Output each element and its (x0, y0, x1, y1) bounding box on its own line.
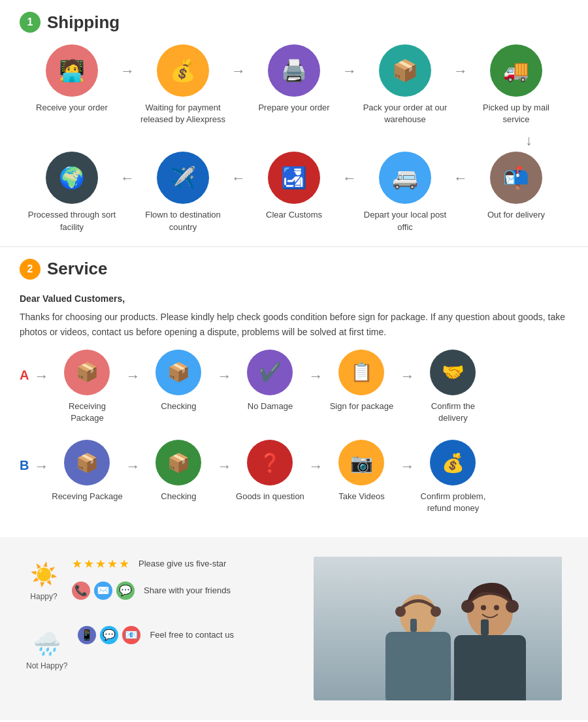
label-path-take-videos: Take Videos (338, 491, 385, 502)
arrow-path-take-videos: → (306, 458, 325, 475)
five-star-text: Please give us five-star (139, 559, 226, 568)
path-a-items: 📦Receiving Package→📦Checking→✔️No Damage… (51, 350, 489, 424)
arrow-down-container: ↓ (20, 132, 568, 149)
arrow-path-checking-a: → (123, 368, 142, 385)
label-path-sign-package: Sign for package (330, 401, 394, 412)
label-out-delivery: Out for delivery (487, 209, 545, 221)
svg-point-11 (481, 605, 486, 610)
arrow-clear-customs: ← (229, 170, 248, 187)
star-1: ★ (72, 557, 82, 571)
star-4: ★ (107, 557, 118, 571)
arrow-path-confirm-problem: → (397, 458, 417, 475)
happy-left: ☀️ Happy? ★ ★ ★ ★ ★ Please give us five-… (26, 557, 301, 670)
path-item-recv-pkg-b: 📦Receving Package (51, 440, 123, 502)
svg-point-4 (431, 606, 441, 617)
path-item-no-damage: ✔️No Damage (234, 350, 306, 412)
arrow-depart-local: ← (340, 170, 359, 187)
path-b-label: B (20, 458, 29, 473)
label-waiting-payment: Waiting for payment released by Aliexpre… (137, 102, 229, 125)
shipping-row-2: 🌍Processed through sort facility←✈️Flown… (20, 152, 568, 233)
path-item-goods-question: ❓Goods in question (234, 440, 306, 502)
arrow-out-delivery: ← (451, 170, 470, 187)
sun-icon: ☀️ (26, 557, 61, 592)
path-b-arrow-start: → (31, 458, 51, 475)
svg-rect-10 (481, 619, 489, 635)
path-item-checking-b: 📦Checking (142, 440, 214, 502)
icon-path-confirm-delivery: 🤝 (430, 350, 476, 395)
cs-photo-bg (314, 557, 562, 700)
icon-path-confirm-problem: 💰 (430, 440, 476, 485)
label-path-no-damage: No Damage (248, 401, 293, 412)
customer-service-photo (314, 557, 562, 700)
contact-row: 📱 💬 📧 Feel free to contact us (78, 626, 234, 644)
arrow-prepare-order: → (229, 63, 248, 80)
path-item-recv-pkg-a: 📦Receiving Package (51, 350, 123, 424)
not-happy-label: Not Happy? (26, 661, 67, 670)
arrow-path-no-damage: → (214, 368, 234, 385)
svg-point-12 (494, 605, 499, 610)
icon-prepare-order: 🖨️ (268, 44, 320, 97)
icon-path-no-damage: ✔️ (247, 350, 293, 395)
icon-depart-local: 🚐 (379, 152, 431, 204)
icon-path-recv-pkg-b: 📦 (64, 440, 110, 485)
label-picked-up: Picked up by mail service (470, 102, 562, 125)
arrow-waiting-payment: → (118, 63, 137, 80)
path-item-confirm-problem: 💰Confirm problem, refund money (417, 440, 489, 514)
share-icons: 📞 ✉️ 💬 (72, 582, 135, 600)
label-path-checking-a: Checking (161, 401, 196, 412)
flow-item-waiting-payment: 💰Waiting for payment released by Aliexpr… (137, 44, 229, 125)
arrow-down-icon: ↓ (525, 132, 532, 149)
flow-item-out-delivery: 📬Out for delivery (470, 152, 562, 221)
path-b-items: 📦Receving Package→📦Checking→❓Goods in qu… (51, 440, 489, 514)
shipping-section: 1 Shipping 🧑‍💻Receive your order→💰Waitin… (0, 0, 588, 246)
chat-icon: 💬 (116, 582, 135, 600)
contact-icons: 📱 💬 📧 (78, 626, 140, 644)
share-row: 📞 ✉️ 💬 Share with your friends (72, 582, 231, 600)
cs-illustration (314, 557, 562, 700)
label-clear-customs: Clear Customs (266, 209, 322, 221)
flow-item-pack-order: 📦Pack your order at our warehouse (359, 44, 451, 125)
path-item-checking-a: 📦Checking (142, 350, 214, 412)
arrow-path-confirm-delivery: → (397, 368, 417, 385)
label-processed-sort: Processed through sort facility (26, 209, 118, 233)
flow-item-prepare-order: 🖨️Prepare your order (248, 44, 340, 114)
service-heading: Service (47, 259, 108, 279)
mail-icon: 📧 (122, 626, 140, 644)
service-section: 2 Service Dear Valued Customers, Thanks … (0, 247, 588, 537)
arrow-pack-order: → (340, 63, 359, 80)
stars: ★ ★ ★ ★ ★ (72, 557, 129, 571)
flow-item-flown-destination: ✈️Flown to destination country (137, 152, 229, 233)
icon-processed-sort: 🌍 (46, 152, 98, 204)
star-3: ★ (95, 557, 106, 571)
label-flown-destination: Flown to destination country (137, 209, 229, 233)
arrow-flown-destination: ← (118, 170, 137, 187)
svg-rect-5 (410, 619, 417, 632)
label-path-recv-pkg-b: Receving Package (52, 491, 122, 502)
path-b-row: B → 📦Receving Package→📦Checking→❓Goods i… (20, 440, 568, 514)
arrow-path-sign-package: → (306, 368, 325, 385)
path-item-take-videos: 📷Take Videos (325, 440, 397, 502)
svg-rect-7 (454, 635, 526, 700)
path-item-sign-package: 📋Sign for package (325, 350, 397, 412)
icon-receive-order: 🧑‍💻 (46, 44, 98, 97)
service-text: Dear Valued Customers, Thanks for choosi… (20, 291, 568, 339)
shipping-number: 1 (20, 12, 41, 33)
icon-path-take-videos: 📷 (338, 440, 384, 485)
path-a-arrow-start: → (31, 368, 51, 385)
star-2: ★ (84, 557, 94, 571)
arrow-picked-up: → (451, 63, 470, 80)
service-number: 2 (20, 259, 41, 280)
flow-item-processed-sort: 🌍Processed through sort facility (26, 152, 118, 233)
flow-item-clear-customs: 🛃Clear Customs (248, 152, 340, 221)
flow-item-picked-up: 🚚Picked up by mail service (470, 44, 562, 125)
happy-section: ☀️ Happy? ★ ★ ★ ★ ★ Please give us five-… (0, 537, 588, 720)
flow-item-receive-order: 🧑‍💻Receive your order (26, 44, 118, 114)
icon-pack-order: 📦 (379, 44, 431, 97)
email-icon: ✉️ (94, 582, 112, 600)
contact-text: Feel free to contact us (150, 630, 234, 640)
service-greeting: Dear Valued Customers, (20, 291, 568, 306)
icon-path-checking-a: 📦 (155, 350, 201, 395)
label-pack-order: Pack your order at our warehouse (359, 102, 451, 125)
happy-label: Happy? (30, 592, 57, 601)
label-path-goods-question: Goods in question (236, 491, 304, 502)
